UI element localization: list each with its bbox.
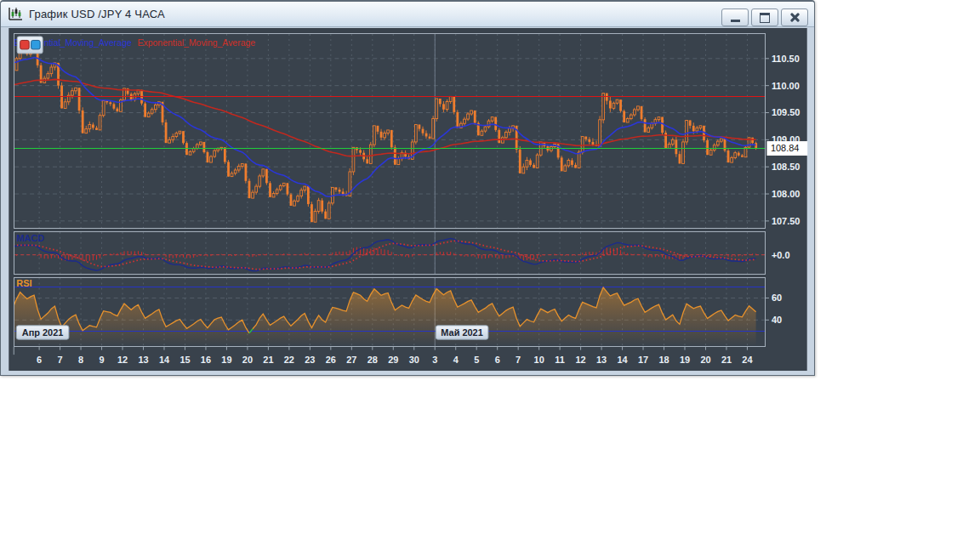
month-marker: Апр 2021 — [16, 326, 69, 339]
svg-text:108.00: 108.00 — [772, 189, 800, 199]
svg-text:18: 18 — [658, 355, 669, 365]
svg-text:40: 40 — [772, 315, 782, 325]
svg-text:110.00: 110.00 — [772, 81, 800, 91]
svg-text:RSI: RSI — [16, 278, 31, 288]
maximize-button[interactable] — [751, 9, 778, 26]
svg-text:7: 7 — [58, 355, 63, 365]
svg-text:28: 28 — [368, 355, 378, 365]
month-marker: Май 2021 — [436, 326, 488, 339]
svg-text:8: 8 — [78, 355, 83, 365]
svg-text:5: 5 — [474, 355, 479, 365]
svg-text:10: 10 — [534, 355, 544, 365]
svg-text:9: 9 — [100, 355, 105, 365]
chart-canvas[interactable]: Exponential_Moving_AverageExponential_Mo… — [1, 27, 814, 375]
legend-color-buttons[interactable] — [17, 37, 43, 54]
svg-text:30: 30 — [409, 355, 419, 365]
current-price-tag: 108.84 — [766, 141, 807, 156]
svg-text:27: 27 — [346, 355, 356, 365]
svg-text:16: 16 — [201, 355, 211, 365]
candlestick-chart-icon — [7, 7, 24, 22]
svg-text:22: 22 — [284, 355, 294, 365]
blue-series-button — [31, 40, 40, 48]
svg-text:12: 12 — [117, 355, 128, 365]
svg-text:20: 20 — [700, 355, 710, 365]
chart-window: График USD /JPY 4 ЧАСА Exponential_Movin… — [0, 0, 815, 376]
window-titlebar[interactable]: График USD /JPY 4 ЧАСА — [1, 2, 814, 27]
svg-text:26: 26 — [326, 355, 336, 365]
svg-text:19: 19 — [221, 355, 231, 365]
svg-text:110.50: 110.50 — [772, 54, 800, 64]
svg-text:11: 11 — [555, 355, 565, 365]
svg-text:29: 29 — [388, 355, 398, 365]
svg-text:20: 20 — [242, 355, 253, 365]
svg-text:6: 6 — [37, 355, 42, 365]
window-controls — [721, 9, 808, 26]
red-series-button — [20, 40, 29, 48]
svg-text:13: 13 — [138, 355, 148, 365]
svg-text:+0.0: +0.0 — [772, 250, 790, 260]
desktop: График USD /JPY 4 ЧАСА Exponential_Movin… — [0, 0, 980, 551]
svg-text:3: 3 — [432, 355, 437, 365]
svg-text:108.50: 108.50 — [772, 162, 800, 172]
svg-text:60: 60 — [772, 293, 782, 303]
svg-text:19: 19 — [680, 355, 690, 365]
svg-text:21: 21 — [263, 355, 273, 365]
svg-text:107.50: 107.50 — [772, 216, 800, 226]
svg-text:24: 24 — [742, 355, 753, 365]
svg-text:12: 12 — [576, 355, 586, 365]
svg-text:14: 14 — [617, 355, 628, 365]
minimize-icon — [731, 20, 740, 22]
svg-text:Exponential_Moving_Average: Exponential_Moving_Average — [138, 38, 256, 48]
svg-text:108.84: 108.84 — [771, 143, 799, 153]
close-icon — [789, 12, 801, 23]
window-title: График USD /JPY 4 ЧАСА — [29, 8, 165, 20]
svg-text:17: 17 — [638, 355, 648, 365]
svg-text:15: 15 — [179, 355, 190, 365]
svg-text:109.50: 109.50 — [772, 107, 800, 117]
maximize-icon — [760, 13, 770, 23]
svg-text:23: 23 — [305, 355, 315, 365]
minimize-button[interactable] — [721, 9, 749, 26]
svg-text:14: 14 — [159, 355, 170, 365]
svg-text:13: 13 — [596, 355, 607, 365]
svg-text:MACD: MACD — [16, 233, 44, 243]
close-button[interactable] — [781, 9, 808, 26]
svg-text:Май 2021: Май 2021 — [441, 327, 482, 338]
svg-text:21: 21 — [721, 355, 732, 365]
svg-text:4: 4 — [453, 355, 459, 365]
svg-text:7: 7 — [516, 355, 521, 365]
svg-text:6: 6 — [495, 355, 500, 365]
svg-text:Апр 2021: Апр 2021 — [22, 327, 64, 338]
